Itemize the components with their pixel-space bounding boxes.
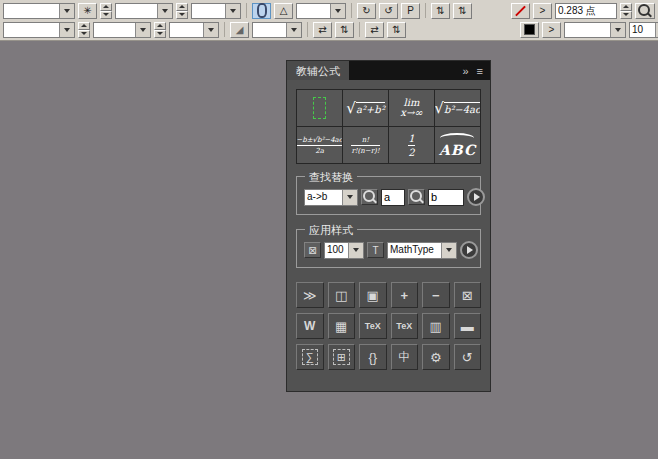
formula-placeholder-button[interactable] [297,90,342,126]
align-updown-button-2[interactable]: ⇅ [453,3,472,19]
remove-icon: − [432,288,440,303]
formula-discriminant-button[interactable]: √ b²−4ac [435,90,480,126]
line-style-dropdown[interactable] [564,22,626,38]
spin-up-icon[interactable] [154,22,166,30]
panel-titlebar[interactable]: 教辅公式 » ≡ [287,61,490,80]
find-replace-run-button[interactable] [467,188,485,206]
triangle-button[interactable]: △ [274,3,293,19]
more-button-2[interactable]: > [542,22,561,38]
swap-button-2[interactable]: ⇄ [365,22,384,38]
word-export-button[interactable]: W [296,313,324,339]
spin-up-icon[interactable] [176,3,188,11]
snowflake-button[interactable]: ✳ [78,3,97,19]
spin-down-icon[interactable] [78,30,90,38]
titlebar-controls: » ≡ [349,61,490,80]
align-updown-button[interactable]: ⇅ [431,3,450,19]
tex-inline-button[interactable]: TeX [391,313,419,339]
red-pen-button[interactable] [511,3,530,19]
spin-down-icon[interactable] [620,11,632,19]
find-mode-dropdown[interactable]: a->b [304,189,358,206]
find-input[interactable] [381,189,405,206]
size-percent-dropdown[interactable]: 100 [324,242,364,259]
toolbar-dropdown-7[interactable] [169,22,219,38]
rotate-cw-button[interactable]: ↻ [357,3,376,19]
settings-button[interactable]: ⚙ [422,344,450,370]
updown-button-4[interactable]: ⇅ [387,22,406,38]
wedge-button[interactable]: ◢ [230,22,249,38]
updown-icon: ⇅ [392,24,400,35]
spin-up-icon[interactable] [100,3,112,11]
sigma-select-button[interactable]: ∑ [296,344,324,370]
formula-combination-button[interactable]: n! r!(n−r)! [343,127,388,163]
find-icon [363,190,375,202]
cjk-icon: 中 [398,349,410,366]
point-size-dropdown[interactable]: 0.283 点 [555,3,617,19]
block-icon: ▬ [461,319,474,334]
table-button[interactable]: ▦ [328,313,356,339]
matrix-select-button[interactable]: ⊞ [328,344,356,370]
main-toolbar: ✳ △ ↻ [0,0,658,41]
toolbar-dropdown-4[interactable] [296,3,346,19]
toolbar-row-2: ◢ ⇄ ⇅ ⇄ ⇅ > 10 [3,21,655,38]
remove-button[interactable]: − [422,282,450,308]
replace-button[interactable] [408,189,425,205]
toolbar-separator [246,3,247,18]
chevrons-icon[interactable]: » [462,65,468,77]
menu-icon[interactable]: ≡ [477,65,483,77]
inline-equation-button[interactable]: ◫ [328,282,356,308]
reset-button[interactable]: ↺ [454,344,482,370]
settings-icon: ⚙ [430,350,442,365]
zoom-button[interactable] [635,3,655,19]
find-button[interactable] [361,189,378,205]
paperclip-toggle-button[interactable] [252,3,271,19]
preview-p-button[interactable]: P [401,3,420,19]
formula-arc-abc-button[interactable]: ABC [435,127,480,163]
replace-input[interactable] [428,189,464,206]
dropdown-arrow-icon [286,23,301,37]
updown-button-3[interactable]: ⇅ [335,22,354,38]
style-name-dropdown[interactable]: MathType [387,242,457,259]
spin-down-icon[interactable] [176,11,188,19]
display-equation-button[interactable]: ▣ [359,282,387,308]
toolbar-dropdown-1[interactable] [3,3,75,19]
spin-down-icon[interactable] [100,11,112,19]
apply-style-run-button[interactable] [460,241,478,259]
formula-sqrt-sum-button[interactable]: √ a²+b² [343,90,388,126]
toolbar-separator [224,22,225,37]
more-button-1[interactable]: > [533,3,552,19]
color-swatch-button[interactable] [520,22,539,38]
rotate-ccw-button[interactable]: ↺ [379,3,398,19]
paperclip-icon [257,3,267,18]
tex-export-button[interactable]: TeX [359,313,387,339]
formula-limit-button[interactable]: lim x→∞ [389,90,434,126]
toolbar-dropdown-5[interactable] [3,22,75,38]
rotate-cw-icon: ↻ [362,5,370,16]
zoom-value-dropdown[interactable]: 10 [629,22,658,38]
formula-half-button[interactable]: 1 2 [389,127,434,163]
text-style-button[interactable]: T [367,242,384,258]
spin-up-icon[interactable] [620,3,632,11]
spin-down-icon[interactable] [154,30,166,38]
toolbar-dropdown-8[interactable] [252,22,302,38]
export-button[interactable]: ≫ [296,282,324,308]
braces-button[interactable]: {} [359,344,387,370]
formula-quadratic-button[interactable]: −b±√b²−4ac 2a [297,127,342,163]
play-icon [467,246,473,254]
updown-icon: ⇅ [458,5,466,16]
spinner-1 [100,3,112,19]
delete-equation-button[interactable]: ⊠ [454,282,482,308]
sigma-select-icon: ∑ [302,349,318,365]
toolbar-dropdown-3[interactable] [191,3,241,19]
panel-title: 教辅公式 [287,61,349,80]
toolbar-dropdown-6[interactable] [93,22,151,38]
wedge-icon: ◢ [236,24,244,35]
spin-up-icon[interactable] [78,22,90,30]
swap-button[interactable]: ⇄ [313,22,332,38]
block-button[interactable]: ▬ [454,313,482,339]
cjk-button[interactable]: 中 [391,344,419,370]
play-icon [474,193,480,201]
toolbar-dropdown-2[interactable] [115,3,173,19]
apply-target-button[interactable]: ⊠ [304,242,321,258]
comb-button[interactable]: ▥ [422,313,450,339]
add-button[interactable]: + [391,282,419,308]
